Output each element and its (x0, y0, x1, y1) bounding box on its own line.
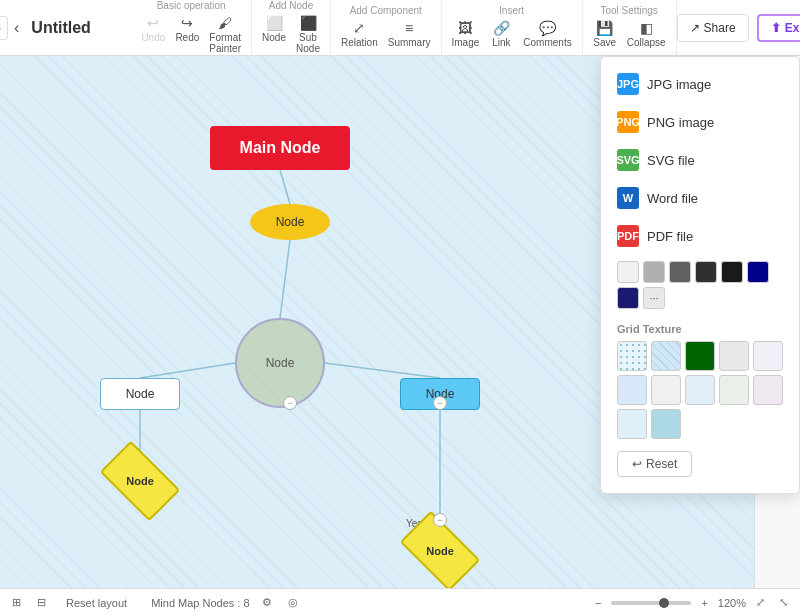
swatch-more[interactable]: ··· (643, 287, 665, 309)
texture-6[interactable] (651, 375, 681, 405)
export-svg[interactable]: SVG SVG file (601, 141, 799, 179)
list-view-button[interactable]: ⊟ (33, 594, 50, 611)
zoom-slider[interactable] (611, 601, 691, 605)
png-icon: PNG (617, 111, 639, 133)
export-label: Export (785, 21, 800, 35)
settings-icon-button[interactable]: ⚙ (258, 594, 276, 611)
group-label-tool-settings: Tool Settings (601, 5, 658, 16)
texture-10[interactable] (617, 409, 647, 439)
reset-icon: ↩ (632, 457, 642, 471)
toolbar-group-tool-settings: Tool Settings 💾Save ◧Collapse (583, 0, 677, 55)
topbar: ‹ Untitled Basic operation ↩Undo ↪Redo 🖌… (0, 0, 800, 56)
redo-button[interactable]: ↪Redo (171, 13, 203, 56)
texture-4[interactable] (753, 341, 783, 371)
zoom-in-button[interactable]: + (697, 595, 711, 611)
circle-node[interactable]: Node (235, 318, 325, 408)
sidebar-expand-button[interactable]: » (0, 16, 8, 40)
map-icon-button[interactable]: ◎ (284, 594, 302, 611)
back-button[interactable]: ‹ (8, 15, 25, 41)
main-node-label: Main Node (240, 139, 321, 157)
texture-2[interactable] (685, 341, 715, 371)
texture-9[interactable] (753, 375, 783, 405)
toolbar-group-add-component: Add Component ⤢Relation ≡Summary (331, 0, 442, 55)
sub-node-button[interactable]: ⬛Sub Node (292, 13, 324, 56)
reset-button[interactable]: ↩ Reset (617, 451, 692, 477)
oval-node[interactable]: Node (250, 204, 330, 240)
collapse-circle-yes[interactable]: − (433, 513, 447, 527)
png-icon-text: PNG (616, 116, 640, 128)
export-word[interactable]: W Word file (601, 179, 799, 217)
texture-11[interactable] (651, 409, 681, 439)
image-button[interactable]: 🖼Image (448, 18, 484, 50)
share-button[interactable]: ↗ Share (677, 14, 749, 42)
texture-3[interactable] (719, 341, 749, 371)
color-swatches-section: ··· (601, 255, 799, 319)
word-icon: W (617, 187, 639, 209)
toolbar-group-basic: Basic operation ↩Undo ↪Redo 🖌Format Pain… (131, 0, 252, 55)
collapse-button[interactable]: ◧Collapse (623, 18, 670, 50)
bottom-center: − + 120% ⤢ ⤡ (591, 594, 792, 611)
swatch-2[interactable] (669, 261, 691, 283)
zoom-thumb (659, 598, 669, 608)
texture-0[interactable] (617, 341, 647, 371)
undo-button[interactable]: ↩Undo (137, 13, 169, 56)
export-button[interactable]: ⬆ Export (757, 14, 800, 42)
png-label: PNG image (647, 115, 714, 130)
grid-texture-title: Grid Texture (601, 319, 799, 337)
right-diamond-node[interactable]: Node (400, 526, 480, 576)
group-label-add-node: Add Node (269, 0, 313, 11)
texture-7[interactable] (685, 375, 715, 405)
doc-title: Untitled (31, 19, 111, 37)
group-label-insert: Insert (499, 5, 524, 16)
texture-grid (601, 337, 799, 443)
swatch-4[interactable] (721, 261, 743, 283)
swatch-0[interactable] (617, 261, 639, 283)
texture-5[interactable] (617, 375, 647, 405)
left-rect-label: Node (126, 387, 155, 401)
group-label-basic: Basic operation (157, 0, 226, 11)
swatch-5[interactable] (747, 261, 769, 283)
fullscreen-button[interactable]: ⤡ (775, 594, 792, 611)
swatch-3[interactable] (695, 261, 717, 283)
right-panel: JPG JPG image PNG PNG image SVG SVG file… (754, 56, 800, 588)
link-button[interactable]: 🔗Link (485, 18, 517, 50)
zoom-out-button[interactable]: − (591, 595, 605, 611)
svg-icon-text: SVG (616, 154, 639, 166)
left-rect-node[interactable]: Node (100, 378, 180, 410)
word-label: Word file (647, 191, 698, 206)
svg-icon: SVG (617, 149, 639, 171)
save-button[interactable]: 💾Save (589, 18, 621, 50)
jpg-icon: JPG (617, 73, 639, 95)
svg-line-0 (280, 170, 290, 204)
texture-8[interactable] (719, 375, 749, 405)
summary-button[interactable]: ≡Summary (384, 18, 435, 50)
collapse-circle-bottom[interactable]: − (283, 396, 297, 410)
reset-label: Reset (646, 457, 677, 471)
texture-1[interactable] (651, 341, 681, 371)
left-diamond-label: Node (126, 475, 154, 487)
jpg-icon-text: JPG (617, 78, 639, 90)
grid-view-button[interactable]: ⊞ (8, 594, 25, 611)
swatch-1[interactable] (643, 261, 665, 283)
word-icon-text: W (623, 192, 633, 204)
top-right-buttons: ↗ Share ⬆ Export (677, 14, 800, 42)
zoom-level: 120% (718, 597, 746, 609)
toolbar-group-insert: Insert 🖼Image 🔗Link 💬Comments (442, 0, 583, 55)
main-node[interactable]: Main Node (210, 126, 350, 170)
fit-screen-button[interactable]: ⤢ (752, 594, 769, 611)
export-pdf[interactable]: PDF PDF file (601, 217, 799, 255)
collapse-circle-right[interactable]: − (433, 396, 447, 410)
right-diamond-label: Node (426, 545, 454, 557)
export-jpg[interactable]: JPG JPG image (601, 65, 799, 103)
comments-button[interactable]: 💬Comments (519, 18, 575, 50)
export-icon: ⬆ (771, 21, 781, 35)
oval-node-label: Node (276, 215, 305, 229)
relation-button[interactable]: ⤢Relation (337, 18, 382, 50)
toolbar-group-add-node: Add Node ⬜Node ⬛Sub Node (252, 0, 331, 55)
export-panel: JPG JPG image PNG PNG image SVG SVG file… (600, 56, 800, 494)
format-painter-button[interactable]: 🖌Format Painter (205, 13, 245, 56)
node-button[interactable]: ⬜Node (258, 13, 290, 56)
export-png[interactable]: PNG PNG image (601, 103, 799, 141)
swatch-6[interactable] (617, 287, 639, 309)
left-diamond-node[interactable]: Node (100, 456, 180, 506)
